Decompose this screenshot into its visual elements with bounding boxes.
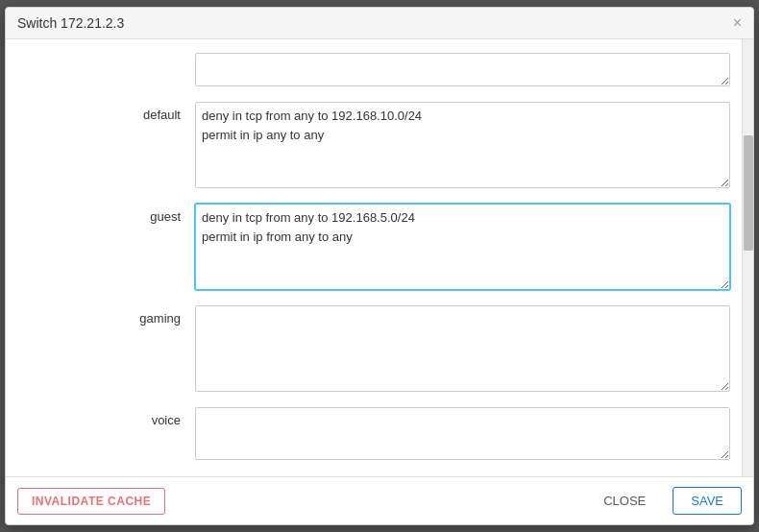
form-label-empty: [17, 53, 195, 59]
form-textarea-default[interactable]: deny in tcp from any to 192.168.10.0/24 …: [195, 102, 730, 188]
form-row-voice: voice: [6, 399, 742, 468]
scrollbar-track[interactable]: [742, 39, 753, 476]
form-row-guest: guest deny in tcp from any to 192.168.5.…: [6, 196, 742, 298]
form-label-voice: voice: [17, 407, 195, 427]
dialog-header: Switch 172.21.2.3 ×: [6, 8, 753, 39]
dialog-close-x-button[interactable]: ×: [733, 15, 742, 31]
form-content: default deny in tcp from any to 192.168.…: [6, 39, 742, 476]
switch-dialog: Switch 172.21.2.3 × default deny in tcp …: [5, 7, 754, 525]
form-textarea-guest[interactable]: deny in tcp from any to 192.168.5.0/24 p…: [195, 204, 730, 290]
form-textarea-gaming[interactable]: [195, 305, 730, 392]
form-textarea-voice[interactable]: [195, 407, 730, 460]
form-label-gaming: gaming: [17, 305, 195, 326]
form-row-default: default deny in tcp from any to 192.168.…: [6, 94, 742, 196]
dialog-body: default deny in tcp from any to 192.168.…: [6, 39, 753, 476]
invalidate-cache-button[interactable]: INVALIDATE CACHE: [17, 488, 165, 515]
save-button[interactable]: SAVE: [673, 487, 742, 515]
form-textarea-top-partial[interactable]: [195, 53, 730, 86]
form-label-default: default: [17, 102, 195, 122]
scrollbar-thumb[interactable]: [744, 135, 753, 251]
form-row-top-partial: [6, 49, 742, 94]
form-label-guest: guest: [17, 204, 195, 224]
footer-right-buttons: CLOSE SAVE: [586, 487, 742, 515]
form-row-gaming: gaming: [6, 298, 742, 399]
dialog-title: Switch 172.21.2.3: [17, 15, 124, 31]
dialog-footer: INVALIDATE CACHE CLOSE SAVE: [6, 476, 753, 524]
close-button[interactable]: CLOSE: [586, 487, 663, 515]
